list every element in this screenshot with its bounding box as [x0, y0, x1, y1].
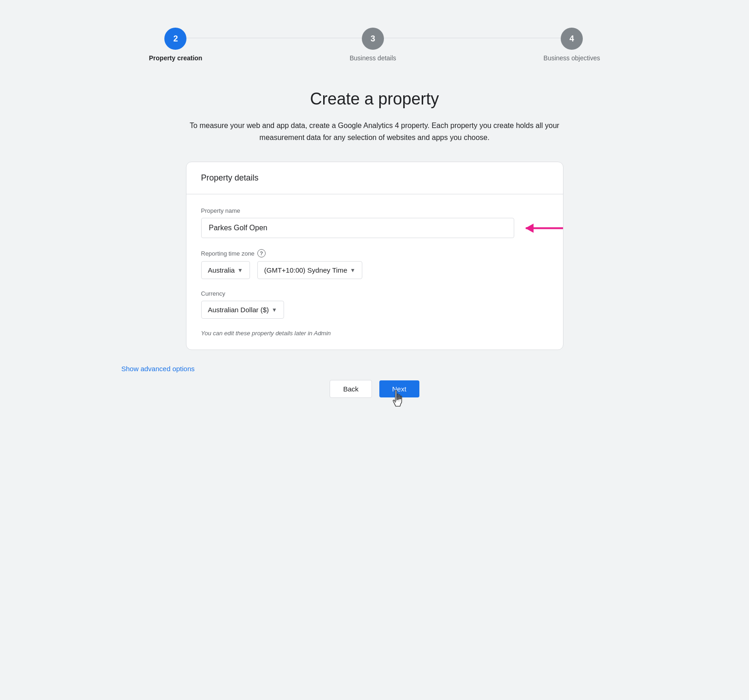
currency-label: Currency — [201, 290, 548, 297]
advanced-options-link[interactable]: Show advanced options — [122, 365, 195, 373]
property-details-card: Property details Property name Property … — [186, 162, 563, 350]
step-3-label: Business details — [349, 54, 396, 62]
page-description: To measure your web and app data, create… — [186, 120, 563, 143]
next-button[interactable]: Next — [379, 380, 419, 397]
currency-chevron-icon: ▼ — [272, 307, 277, 313]
annotation-container: Property name — [526, 221, 563, 235]
annotation-arrow — [526, 227, 563, 229]
step-2-label: Property creation — [149, 54, 203, 62]
property-name-row: Property name — [201, 218, 548, 238]
timezone-value-label: (GMT+10:00) Sydney Time — [264, 266, 347, 274]
timezone-value-chevron-icon: ▼ — [350, 267, 355, 274]
button-row: Back Next — [330, 380, 419, 398]
next-button-wrapper: Next — [379, 380, 419, 397]
timezone-value-select[interactable]: (GMT+10:00) Sydney Time ▼ — [257, 261, 362, 279]
back-button[interactable]: Back — [330, 380, 372, 398]
timezone-country-label: Australia — [208, 266, 235, 274]
card-header: Property details — [186, 162, 563, 194]
timezone-label-row: Reporting time zone ? — [201, 249, 548, 257]
property-name-label: Property name — [201, 207, 548, 214]
timezone-label: Reporting time zone — [201, 250, 255, 257]
step-2-circle: 2 — [164, 28, 186, 50]
currency-select-row: Australian Dollar ($) ▼ — [201, 301, 548, 319]
step-4: 4 Business objectives — [544, 28, 600, 62]
timezone-country-select[interactable]: Australia ▼ — [201, 261, 250, 279]
step-4-circle: 4 — [561, 28, 583, 50]
stepper: 2 Property creation 3 Business details 4… — [122, 18, 628, 62]
property-name-input[interactable] — [201, 218, 514, 238]
step-3: 3 Business details — [349, 28, 396, 62]
currency-value-label: Australian Dollar ($) — [208, 306, 269, 314]
timezone-field-group: Reporting time zone ? Australia ▼ (GMT+1… — [201, 249, 548, 279]
timezone-country-chevron-icon: ▼ — [238, 267, 243, 274]
card-header-title: Property details — [201, 173, 259, 182]
edit-note: You can edit these property details late… — [201, 330, 548, 337]
timezone-help-icon[interactable]: ? — [257, 249, 266, 257]
card-body: Property name Property name Reporting ti… — [186, 194, 563, 350]
page-title: Create a property — [310, 89, 439, 109]
main-content: Create a property To measure your web an… — [122, 89, 628, 398]
currency-select[interactable]: Australian Dollar ($) ▼ — [201, 301, 284, 319]
step-2: 2 Property creation — [149, 28, 203, 62]
currency-field-group: Currency Australian Dollar ($) ▼ — [201, 290, 548, 319]
property-name-field-group: Property name Property name — [201, 207, 548, 238]
step-4-label: Business objectives — [544, 54, 600, 62]
step-3-circle: 3 — [362, 28, 384, 50]
timezone-select-row: Australia ▼ (GMT+10:00) Sydney Time ▼ — [201, 261, 548, 279]
